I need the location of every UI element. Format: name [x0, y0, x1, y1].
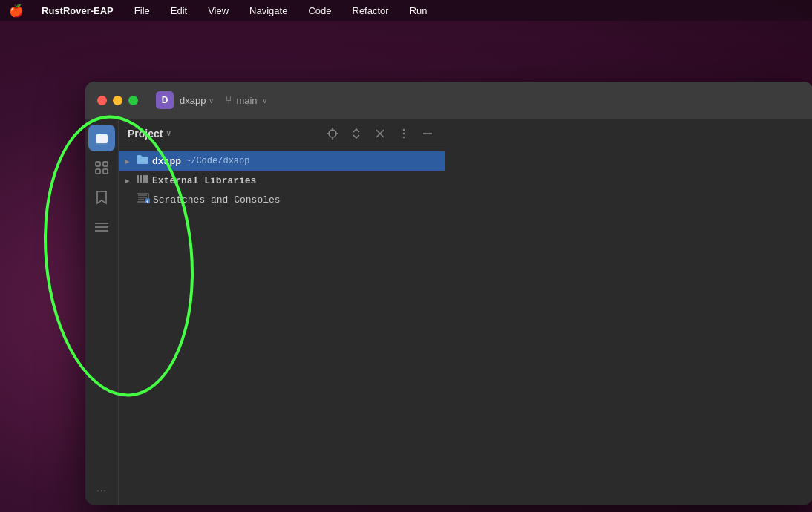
project-panel-header: Project ∨: [119, 119, 445, 148]
svg-point-8: [329, 130, 336, 137]
list-icon: [95, 222, 108, 232]
crosshair-icon: [327, 128, 338, 140]
branch-info[interactable]: ⑂ main ∨: [226, 94, 266, 106]
svg-point-15: [403, 128, 405, 130]
tree-item-external-libraries-name: External Libraries: [152, 175, 256, 186]
project-panel-title: Project ∨: [128, 128, 324, 140]
apple-logo-icon: 🍎: [9, 4, 24, 18]
project-icon: D: [156, 91, 174, 109]
menu-run[interactable]: Run: [407, 4, 430, 18]
branch-chevron-icon: ∨: [262, 96, 267, 105]
close-button[interactable]: [97, 96, 107, 105]
svg-rect-19: [137, 175, 139, 183]
app-name: RustRover-EAP: [42, 5, 114, 16]
sidebar-btn-bookmark[interactable]: [88, 184, 115, 211]
structure-icon: [95, 161, 108, 174]
project-header-actions: [324, 125, 436, 142]
menu-code[interactable]: Code: [305, 4, 334, 18]
svg-rect-22: [145, 175, 148, 183]
title-bar-project: D dxapp ∨ ⑂ main ∨: [156, 91, 267, 109]
project-title-chevron-icon: ∨: [166, 128, 171, 138]
folder-icon: [137, 154, 148, 168]
collapse-icon: [351, 128, 361, 139]
library-icon: [137, 174, 148, 187]
tree-arrow-external-libraries: ▶: [125, 176, 137, 186]
title-bar: D dxapp ∨ ⑂ main ∨: [85, 82, 812, 119]
scratch-icon: i: [137, 193, 150, 206]
svg-rect-4: [103, 169, 108, 174]
options-button[interactable]: [395, 125, 413, 142]
tree-item-scratches-name: Scratches and Consoles: [153, 194, 281, 206]
svg-rect-20: [140, 175, 142, 183]
minimize-panel-button[interactable]: [419, 125, 436, 142]
tree-item-dxapp-name: dxapp: [152, 156, 181, 167]
bookmark-icon: [96, 190, 108, 205]
ide-body: ··· Project ∨: [85, 119, 812, 505]
minimize-button[interactable]: [113, 96, 122, 105]
minimize-icon: [423, 132, 432, 135]
branch-icon: ⑂: [226, 94, 232, 106]
branch-name: main: [236, 95, 257, 106]
project-panel: Project ∨: [119, 119, 445, 505]
svg-rect-3: [96, 169, 100, 174]
menu-file[interactable]: File: [131, 4, 153, 18]
sidebar-btn-list[interactable]: [88, 214, 115, 240]
project-tree: ▶ dxapp ~/Code/dxapp ▶: [119, 148, 445, 505]
menu-navigate[interactable]: Navigate: [246, 4, 290, 18]
tree-item-external-libraries[interactable]: ▶ External Libraries: [119, 171, 445, 190]
locate-in-tree-button[interactable]: [324, 125, 341, 142]
tree-item-dxapp-path: ~/Code/dxapp: [186, 156, 249, 166]
main-content-area: [445, 119, 812, 505]
sidebar-btn-structure[interactable]: [88, 154, 115, 181]
close-panel-icon: [376, 129, 384, 138]
close-panel-button[interactable]: [371, 125, 389, 142]
menu-view[interactable]: View: [205, 4, 232, 18]
ellipsis-vertical-icon: [399, 128, 409, 139]
folder-nav-icon: [94, 131, 109, 145]
svg-text:i: i: [146, 200, 149, 204]
maximize-button[interactable]: [128, 96, 138, 105]
tree-item-scratches[interactable]: i Scratches and Consoles: [119, 190, 445, 209]
traffic-lights: [97, 96, 138, 105]
ide-window: D dxapp ∨ ⑂ main ∨: [85, 82, 812, 505]
collapse-all-button[interactable]: [347, 125, 365, 142]
svg-point-16: [403, 132, 405, 134]
menu-edit[interactable]: Edit: [168, 4, 190, 18]
sidebar-more-button[interactable]: ···: [96, 485, 107, 496]
svg-rect-2: [103, 162, 108, 166]
svg-rect-21: [143, 175, 145, 183]
project-title-text: Project: [128, 128, 163, 140]
menu-refactor[interactable]: Refactor: [350, 4, 392, 18]
sidebar-btn-folder[interactable]: [88, 125, 115, 151]
project-chevron-icon: ∨: [209, 96, 214, 105]
menu-bar: 🍎 RustRover-EAP File Edit View Navigate …: [0, 0, 812, 21]
tree-item-dxapp[interactable]: ▶ dxapp ~/Code/dxapp: [119, 151, 445, 171]
sidebar-icons: ···: [85, 119, 119, 505]
svg-point-17: [403, 136, 405, 137]
tree-arrow-dxapp: ▶: [125, 157, 137, 166]
svg-rect-1: [96, 162, 100, 166]
project-name-label[interactable]: dxapp ∨: [180, 95, 214, 106]
